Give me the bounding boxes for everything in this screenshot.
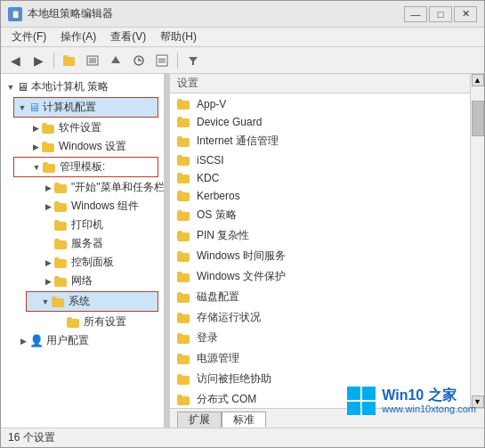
folder-icon-deviceguard — [177, 116, 191, 128]
list-item[interactable]: PIN 复杂性 — [170, 225, 470, 246]
tree-all-settings[interactable]: 所有设置 — [1, 313, 164, 331]
forward-button[interactable]: ▶ — [28, 51, 49, 70]
expand-user-icon[interactable]: ▶ — [17, 335, 29, 347]
list-item[interactable]: Windows 时间服务 — [170, 246, 470, 266]
list-item[interactable]: 电源管理 — [170, 348, 470, 369]
folder-icon-kdc — [177, 172, 191, 184]
list-item[interactable]: 分布式 COM — [170, 389, 470, 408]
expand-icon[interactable]: ▼ — [4, 81, 17, 94]
tree-printer[interactable]: 打印机 — [1, 216, 164, 234]
menu-action[interactable]: 操作(A) — [53, 28, 103, 46]
toolbar-btn-1[interactable] — [59, 51, 80, 70]
list-item[interactable]: 存储运行状况 — [170, 307, 470, 328]
settings-list: App-V Device Guard Internet 通信管理 iS — [170, 94, 470, 408]
folder-icon-windows — [42, 141, 56, 153]
tree-admin-templates[interactable]: ▼ 管理模板: — [14, 158, 158, 176]
list-item[interactable]: App-V — [170, 95, 470, 113]
expand-windows-icon[interactable]: ▶ — [29, 141, 42, 153]
folder-icon-internet — [177, 135, 191, 148]
folder-icon-ctrl — [54, 257, 69, 269]
expand-system-icon[interactable]: ▼ — [39, 296, 52, 308]
window-controls: — □ ✕ — [404, 6, 477, 22]
control-panel-label: 控制面板 — [71, 255, 114, 270]
tree-windows-components[interactable]: ▶ Windows 组件 — [1, 197, 164, 216]
list-item[interactable]: Internet 通信管理 — [170, 131, 470, 151]
folder-icon-iscsi — [177, 154, 191, 167]
menu-view[interactable]: 查看(V) — [103, 28, 153, 46]
right-content-area: 设置 App-V Device Guard — [170, 74, 484, 408]
scroll-up-button[interactable]: ▲ — [472, 74, 484, 86]
tree-start-menu[interactable]: ▶ "开始"菜单和任务栏 — [1, 178, 164, 197]
window-title: 本地组策略编辑器 — [28, 6, 404, 21]
expand-admin-icon[interactable]: ▼ — [30, 161, 43, 174]
toolbar-btn-2[interactable] — [82, 51, 103, 70]
root-label: 本地计算机 策略 — [31, 79, 109, 94]
expand-computer-icon[interactable]: ▼ — [16, 102, 28, 114]
close-button[interactable]: ✕ — [454, 6, 477, 22]
folder-icon-admin — [43, 161, 57, 174]
folder-icon-access — [177, 373, 191, 386]
toolbar-separator-1 — [53, 53, 54, 69]
folder-icon-server — [54, 238, 69, 250]
expand-wincomp-icon[interactable]: ▶ — [42, 200, 54, 213]
scroll-down-button[interactable]: ▼ — [472, 395, 484, 408]
toolbar-btn-4[interactable] — [128, 51, 150, 70]
expand-software-icon[interactable]: ▶ — [29, 122, 42, 134]
list-item[interactable]: iSCSI — [170, 151, 470, 169]
folder-icon-login — [177, 332, 191, 345]
scrollbar[interactable]: ▲ ▼ — [470, 74, 484, 408]
computer-config-label: 计算机配置 — [43, 100, 96, 115]
left-panel: ▼ 🖥 本地计算机 策略 ▼ 🖥 计算机配置 ▶ 软件设置 — [1, 74, 166, 428]
folder-icon-wintime — [177, 250, 191, 263]
tree-control-panel[interactable]: ▶ 控制面板 — [1, 253, 164, 272]
back-button[interactable]: ◀ — [4, 51, 26, 70]
toolbar-btn-5[interactable] — [151, 51, 173, 70]
list-item[interactable]: 访问被拒绝协助 — [170, 369, 470, 389]
list-item[interactable]: Device Guard — [170, 113, 470, 131]
toolbar-separator-2 — [177, 53, 178, 69]
tree-root[interactable]: ▼ 🖥 本地计算机 策略 — [1, 77, 164, 96]
menu-help[interactable]: 帮助(H) — [153, 28, 204, 46]
tree-server[interactable]: 服务器 — [1, 234, 164, 253]
list-item[interactable]: 登录 — [170, 328, 470, 348]
minimize-button[interactable]: — — [404, 6, 427, 22]
menu-file[interactable]: 文件(F) — [4, 28, 53, 46]
expand-allsettings-icon — [54, 316, 67, 329]
item-login-label: 登录 — [197, 330, 218, 346]
expand-network-icon[interactable]: ▶ — [42, 275, 54, 288]
item-disk-label: 磁盘配置 — [197, 289, 239, 305]
svg-marker-12 — [189, 57, 198, 65]
item-deviceguard-label: Device Guard — [197, 116, 262, 128]
folder-icon-power — [177, 353, 191, 365]
list-item[interactable]: 磁盘配置 — [170, 287, 470, 307]
tree-network[interactable]: ▶ 网络 — [1, 272, 164, 290]
admin-templates-label: 管理模板: — [60, 159, 105, 175]
tab-standard[interactable]: 标准 — [222, 411, 266, 428]
expand-start-icon[interactable]: ▶ — [42, 182, 54, 194]
tab-extended[interactable]: 扩展 — [177, 411, 222, 428]
folder-icon-system — [52, 296, 66, 308]
server-label: 服务器 — [71, 236, 103, 251]
maximize-button[interactable]: □ — [429, 6, 452, 22]
filter-button[interactable] — [182, 51, 204, 70]
tree-windows-settings[interactable]: ▶ Windows 设置 — [1, 137, 164, 156]
list-item[interactable]: KDC — [170, 169, 470, 187]
toolbar: ◀ ▶ — [1, 47, 484, 74]
scrollbar-thumb[interactable] — [472, 101, 484, 136]
list-item[interactable]: Kerberos — [170, 187, 470, 205]
list-item[interactable]: OS 策略 — [170, 205, 470, 225]
menu-bar: 文件(F) 操作(A) 查看(V) 帮助(H) — [1, 28, 484, 47]
tree-system[interactable]: ▼ 系统 — [27, 292, 158, 311]
list-item[interactable]: Windows 文件保护 — [170, 266, 470, 287]
tree-user-config[interactable]: ▶ 👤 用户配置 — [1, 331, 164, 350]
all-settings-label: 所有设置 — [84, 314, 126, 330]
folder-icon-com — [177, 394, 191, 406]
right-panel: 设置 App-V Device Guard — [170, 74, 484, 428]
item-os-label: OS 策略 — [197, 208, 237, 223]
status-bar: 16 个设置 — [1, 428, 484, 447]
folder-icon-software — [42, 122, 56, 134]
tree-computer-config[interactable]: ▼ 🖥 计算机配置 — [14, 98, 158, 117]
expand-ctrlpanel-icon[interactable]: ▶ — [42, 257, 54, 269]
toolbar-btn-3[interactable] — [105, 51, 126, 70]
tree-software-settings[interactable]: ▶ 软件设置 — [1, 118, 164, 137]
